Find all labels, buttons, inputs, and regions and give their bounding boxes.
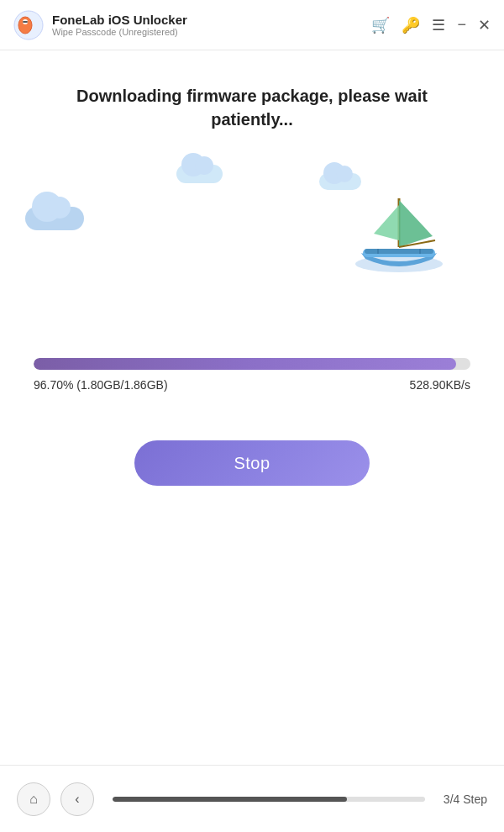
- progress-bar-fill: [34, 358, 456, 370]
- back-icon: ‹: [75, 792, 79, 807]
- minimize-icon[interactable]: −: [457, 16, 466, 34]
- svg-rect-3: [23, 21, 28, 23]
- lock-icon[interactable]: 🔑: [402, 16, 420, 34]
- close-icon[interactable]: ✕: [478, 16, 491, 34]
- title-actions: 🛒 🔑 ☰ − ✕: [371, 16, 491, 34]
- app-name: FoneLab iOS Unlocker: [52, 13, 371, 27]
- svg-rect-8: [365, 249, 433, 254]
- title-text: FoneLab iOS Unlocker Wipe Passcode (Unre…: [52, 13, 371, 37]
- app-icon: [13, 10, 44, 40]
- progress-section: 96.70% (1.80GB/1.86GB) 528.90KB/s: [34, 358, 470, 392]
- stop-button[interactable]: Stop: [134, 440, 370, 486]
- app-subtitle: Wipe Passcode (Unregistered): [52, 27, 371, 37]
- menu-icon[interactable]: ☰: [432, 16, 445, 34]
- progress-bar-container: [34, 358, 470, 370]
- illustration-area: [34, 156, 470, 341]
- cart-icon[interactable]: 🛒: [371, 16, 390, 34]
- progress-stats: 96.70% (1.80GB/1.86GB) 528.90KB/s: [34, 378, 470, 392]
- home-icon: ⌂: [29, 792, 38, 807]
- speed-label: 528.90KB/s: [410, 378, 470, 392]
- bottom-bar: ⌂ ‹ 3/4 Step: [0, 765, 504, 832]
- status-title: Downloading firmware package, please wai…: [34, 84, 470, 131]
- main-content: Downloading firmware package, please wai…: [0, 50, 504, 486]
- step-label: 3/4 Step: [444, 793, 487, 806]
- step-progress-fill: [113, 797, 347, 802]
- cloud-2: [176, 165, 223, 183]
- step-progress-bar: [113, 797, 425, 802]
- sailboat-illustration: [344, 173, 454, 286]
- progress-label: 96.70% (1.80GB/1.86GB): [34, 378, 168, 392]
- back-button[interactable]: ‹: [60, 782, 94, 816]
- home-button[interactable]: ⌂: [17, 782, 50, 816]
- title-bar: FoneLab iOS Unlocker Wipe Passcode (Unre…: [0, 0, 504, 50]
- cloud-1: [25, 207, 84, 230]
